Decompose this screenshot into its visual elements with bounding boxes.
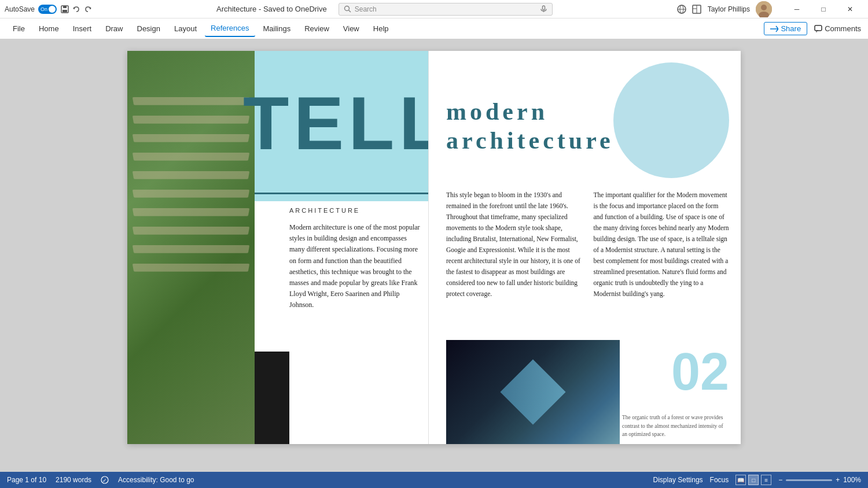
title-text: modern architecture: [446, 97, 666, 156]
web-layout-icon[interactable]: ≡: [761, 475, 771, 485]
comments-button[interactable]: Comments: [814, 24, 861, 33]
statusbar-right: Display Settings Focus 📖 □ ≡ − + 100%: [653, 475, 861, 485]
mic-icon[interactable]: [540, 5, 547, 13]
tab-insert[interactable]: Insert: [67, 21, 98, 36]
view-icons: 📖 □ ≡: [735, 475, 771, 485]
share-icon: [770, 25, 778, 33]
tab-view[interactable]: View: [337, 21, 365, 36]
share-button[interactable]: Share: [764, 22, 807, 35]
svg-rect-2: [62, 10, 67, 12]
tab-mailings[interactable]: Mailings: [258, 21, 297, 36]
display-settings[interactable]: Display Settings: [653, 476, 703, 484]
tab-home[interactable]: Home: [33, 21, 65, 36]
page-info: Page 1 of 10: [7, 476, 46, 484]
text-column-2: The important qualifier for the Modern m…: [594, 190, 730, 300]
svg-point-16: [761, 5, 767, 10]
page-number: 02: [671, 346, 729, 398]
zoom-out-button[interactable]: −: [778, 476, 782, 484]
read-mode-icon[interactable]: 📖: [735, 475, 746, 485]
minimize-button[interactable]: ─: [784, 0, 810, 19]
arch-label: ARCHITECTURE: [289, 207, 422, 214]
tab-help[interactable]: Help: [367, 21, 395, 36]
text-column-1: This style began to bloom in the 1930's …: [446, 190, 582, 300]
win-controls[interactable]: ─ □ ✕: [784, 0, 863, 19]
photo-inner: [446, 340, 620, 444]
layout-icon[interactable]: [692, 4, 702, 14]
autosave-label: AutoSave: [5, 5, 35, 13]
photo-shape: [500, 359, 565, 424]
undo-icon[interactable]: [72, 5, 81, 14]
modern-title: modern architecture: [446, 97, 666, 156]
word-count: 2190 words: [56, 476, 91, 484]
document-area: TELL ARCHITECTURE Modern architecture is…: [0, 39, 868, 472]
svg-line-6: [348, 10, 351, 13]
search-bar[interactable]: Search: [339, 3, 553, 16]
autosave-toggle[interactable]: On: [38, 5, 57, 14]
close-button[interactable]: ✕: [837, 0, 863, 19]
print-layout-icon[interactable]: □: [748, 475, 759, 485]
toolbar-icons: [60, 5, 93, 14]
tab-layout[interactable]: Layout: [168, 21, 203, 36]
zoom-percent: 100%: [843, 476, 861, 484]
tab-file[interactable]: File: [7, 21, 31, 36]
title-center: Architecture - Saved to OneDrive Search: [93, 3, 676, 16]
titlebar-right: Taylor Phillips ─ □ ✕: [676, 0, 863, 19]
svg-point-5: [344, 6, 349, 11]
left-page: TELL ARCHITECTURE Modern architecture is…: [127, 51, 428, 444]
bottom-photo: [446, 340, 620, 444]
doc-title: Architecture - Saved to OneDrive: [216, 5, 327, 13]
page-spread: TELL ARCHITECTURE Modern architecture is…: [127, 51, 741, 444]
user-name: Taylor Phillips: [708, 5, 750, 13]
maximize-button[interactable]: □: [810, 0, 837, 19]
redo-icon[interactable]: [83, 5, 93, 14]
title-bar: AutoSave On Architecture - Saved to OneD…: [0, 0, 868, 19]
tab-draw[interactable]: Draw: [100, 21, 128, 36]
horizontal-rule: [255, 193, 428, 194]
search-icon: [344, 5, 351, 13]
arch-body: Modern architecture is one of the most p…: [289, 222, 422, 311]
titlebar-left: AutoSave On: [5, 5, 93, 14]
right-text-area: This style began to bloom in the 1930's …: [446, 190, 729, 300]
accessibility-status: Accessibility: Good to go: [118, 476, 194, 484]
focus-label[interactable]: Focus: [710, 476, 729, 484]
building-photo: [127, 51, 255, 444]
global-icons: [676, 4, 702, 14]
accessibility-icon: ✓: [101, 476, 109, 484]
right-page: modern architecture This style began to …: [428, 51, 741, 444]
ribbon: File Home Insert Draw Design Layout Refe…: [0, 19, 868, 39]
zoom-slider[interactable]: [786, 479, 832, 481]
building-detail: [127, 51, 255, 444]
search-placeholder: Search: [355, 5, 377, 13]
svg-rect-1: [63, 6, 67, 8]
zoom-controls: − + 100%: [778, 476, 861, 484]
left-text-area: ARCHITECTURE Modern architecture is one …: [289, 207, 422, 311]
svg-rect-7: [542, 6, 545, 10]
comment-icon: [814, 25, 822, 33]
dark-strip: [255, 352, 289, 444]
globe-icon[interactable]: [676, 4, 687, 14]
tell-text: TELL: [243, 86, 428, 161]
photo-caption: The organic truth of a forest or wave pr…: [622, 413, 726, 438]
save-icon[interactable]: [60, 5, 69, 14]
toggle-circle: [49, 6, 56, 13]
tab-design[interactable]: Design: [131, 21, 166, 36]
zoom-in-button[interactable]: +: [836, 476, 840, 484]
svg-rect-18: [815, 25, 822, 31]
status-bar: Page 1 of 10 2190 words ✓ Accessibility:…: [0, 472, 868, 488]
svg-text:✓: ✓: [102, 478, 107, 483]
ribbon-right: Share Comments: [764, 22, 861, 35]
avatar[interactable]: [756, 1, 772, 17]
tab-references[interactable]: References: [205, 20, 255, 37]
tab-review[interactable]: Review: [299, 21, 335, 36]
